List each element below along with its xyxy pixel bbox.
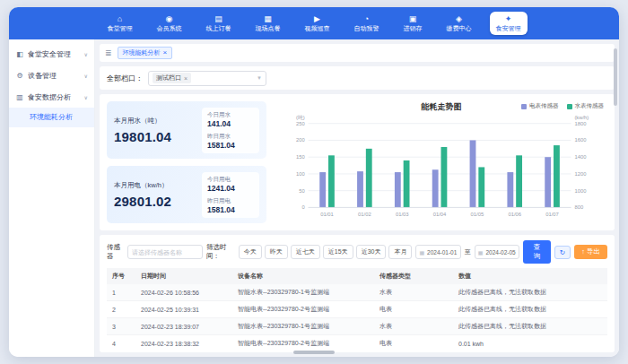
table-cell: 2024-02-23 18:38:32 [135,335,232,348]
time-filter-button[interactable]: 近30天 [356,245,387,259]
sidebar: ◧食堂安全管理∨⚙设备管理∨▥食安数据分析∨环境能耗分析 [9,39,95,357]
nav-item-food-safety[interactable]: ✦食安管理 [490,12,528,34]
horizontal-scrollbar[interactable] [293,351,335,354]
tag-close-icon[interactable]: × [184,75,188,82]
nav-item-auto-alert[interactable]: ◔自动预警 [348,12,386,34]
nav-item-online-order[interactable]: ▤线上订餐 [200,12,238,34]
nav-item-label: 进销存 [404,25,423,32]
table-header-row: 序号日期时间设备名称传感器类型数值 [107,268,607,284]
table-cell: 3 [107,318,135,335]
records-toolbar: 传感器 筛选时间： 今天昨天近七天近15天近30天本月 ▦ 2024-01-01… [107,240,607,264]
tab-env-energy[interactable]: 环境能耗分析 × [118,47,173,59]
sidebar-subitem[interactable]: 环境能耗分析 [9,108,94,127]
table-cell: 智能水表--230329780-1号监测端 [232,318,374,335]
nav-item-label: 缴费中心 [447,25,472,32]
nav-item-member-system[interactable]: ◉会员系统 [151,12,188,34]
nav-item-inventory[interactable]: ▣进销存 [397,12,429,34]
electric-stat-card: 本月用电（kw/h） 29801.02 今日用电 1241.04 昨日用电 15… [107,166,266,223]
nav-item-canteen-manage[interactable]: ⌂食堂管理 [101,12,139,34]
video-patrol-icon: ▶ [312,13,323,24]
electric-stat-title: 本月用电（kw/h） [114,181,196,190]
nav-item-label: 会员系统 [157,25,182,32]
table-row[interactable]: 22024-02-25 10:39:31智能电表--230329780-2号监测… [107,301,607,318]
vertical-scrollbar[interactable] [614,48,617,106]
svg-text:01/07: 01/07 [545,212,559,217]
tab-bar: ≣ 环境能耗分析 × [100,44,615,62]
device-manage-icon: ⚙ [15,72,24,80]
reset-button[interactable]: ↻ [554,246,571,259]
table-row[interactable]: 32024-02-23 18:39:07智能水表--230329780-1号监测… [107,318,607,335]
legend-swatch [567,104,572,109]
refresh-icon: ↻ [560,248,565,256]
records-table: 序号日期时间设备名称传感器类型数值 12024-02-26 10:58:56智能… [107,268,607,347]
legend-label: 电表传感器 [529,102,559,110]
canteen-manage-icon: ⌂ [115,13,126,24]
time-filter-button[interactable]: 昨天 [265,245,288,259]
start-date-picker[interactable]: ▦ 2024-01-01 [415,245,460,259]
table-cell: 1 [107,284,135,301]
chevron-down-icon: ∨ [84,51,88,57]
time-filter-buttons: 今天昨天近七天近15天近30天本月 [239,245,413,259]
nav-item-label: 食堂管理 [108,25,133,32]
sidebar-item[interactable]: ◧食堂安全管理∨ [9,43,94,65]
nav-item-label: 现场点餐 [256,25,281,32]
table-header-cell: 数值 [453,268,607,284]
close-icon[interactable]: × [163,49,168,56]
calendar-icon: ▦ [419,249,424,256]
table-cell: 2024-02-26 10:58:56 [135,284,232,301]
table-cell: 此传感器已离线，无法获取数据 [453,301,607,318]
table-row[interactable]: 42024-02-23 18:38:32智能电表--230329780-2号监测… [107,335,607,348]
sensor-input[interactable] [127,245,203,259]
nav-item-label: 视频巡查 [305,25,330,32]
member-system-icon: ◉ [164,13,175,24]
svg-text:01/04: 01/04 [433,212,447,217]
time-filter-button[interactable]: 本月 [388,245,412,259]
table-row[interactable]: 12024-02-26 10:58:56智能水表--230329780-1号监测… [107,284,607,301]
svg-text:800: 800 [574,204,584,210]
time-filter-button[interactable]: 近15天 [323,245,353,259]
time-filter-button[interactable]: 今天 [239,245,262,259]
table-cell: 水表 [374,318,453,335]
table-cell: 此传感器已离线，无法获取数据 [453,284,607,301]
svg-text:1200: 1200 [574,171,587,177]
nav-item-video-patrol[interactable]: ▶视频巡查 [299,12,336,34]
search-button[interactable]: 查询 [523,240,551,264]
svg-text:(kw/h): (kw/h) [574,115,589,120]
sidebar-item-label: 设备管理 [28,71,81,81]
sidebar-item-label: 食堂安全管理 [28,49,81,59]
menu-icon[interactable]: ≣ [105,48,112,57]
table-cell: 智能电表--230329780-2号监测端 [232,301,374,318]
water-stat-value: 19801.04 [114,129,196,144]
svg-text:0: 0 [301,204,305,210]
table-cell: 电表 [374,301,453,318]
water-stat-card: 本月用水（吨） 19801.04 今日用水 141.04 昨日用水 1581.0… [107,101,266,159]
table-header-cell: 设备名称 [232,268,374,284]
stat-column: 本月用水（吨） 19801.04 今日用水 141.04 昨日用水 1581.0… [107,101,266,223]
main-content: ≣ 环境能耗分析 × 全部档口： 测试档口 × ▼ [95,39,619,357]
sidebar-item[interactable]: ▥食安数据分析∨ [9,86,94,108]
stall-selected-tag: 测试档口 × [153,73,191,83]
svg-text:01/03: 01/03 [396,212,409,217]
time-filter-button[interactable]: 近七天 [291,245,320,259]
export-button[interactable]: ↑ 导出 [574,245,607,259]
svg-text:100: 100 [296,171,306,177]
sensor-label: 传感器 [107,243,124,261]
svg-text:01/06: 01/06 [508,212,521,217]
svg-text:01/05: 01/05 [471,212,484,217]
legend-item[interactable]: 电表传感器 [521,102,559,110]
end-date-picker[interactable]: ▦ 2024-02-05 [475,245,519,259]
nav-item-onsite-order[interactable]: ▦现场点餐 [249,12,287,34]
table-cell: 2024-02-25 10:39:31 [135,301,232,318]
legend-item[interactable]: 水表传感器 [567,102,605,110]
payment-center-icon: ◈ [454,13,465,24]
sidebar-item[interactable]: ⚙设备管理∨ [9,65,94,86]
table-cell: 0.01 kwh [453,335,607,348]
energy-overview-card: 本月用水（吨） 19801.04 今日用水 141.04 昨日用水 1581.0… [100,94,615,230]
nav-item-label: 自动预警 [354,25,379,32]
table-header-cell: 传感器类型 [374,268,453,284]
svg-text:01/02: 01/02 [358,212,371,217]
nav-item-payment-center[interactable]: ◈缴费中心 [440,12,478,34]
stall-select[interactable]: 测试档口 × ▼ [148,71,266,86]
chevron-down-icon: ∨ [84,73,88,79]
svg-text:250: 250 [296,121,306,126]
